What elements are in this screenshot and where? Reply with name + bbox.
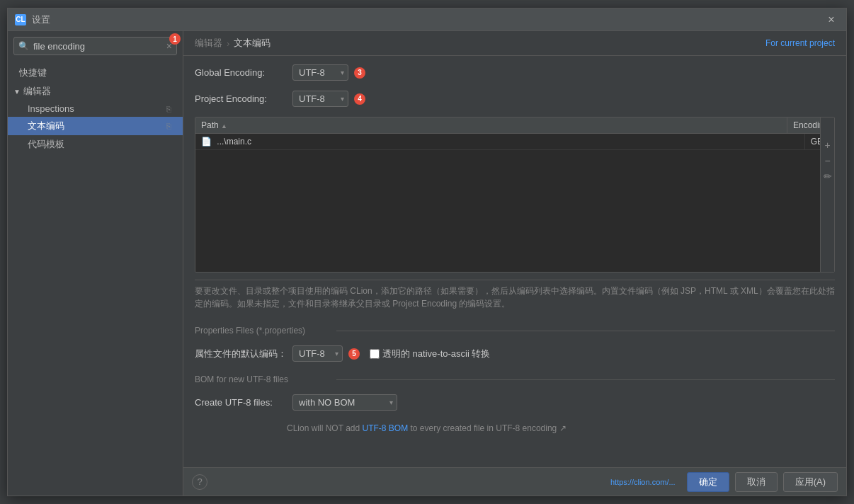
sidebar-item-inspections[interactable]: Inspections ⎘ (8, 101, 183, 117)
app-icon: CL (15, 14, 26, 25)
transparent-label: 透明的 native-to-ascii 转换 (382, 348, 490, 360)
search-input[interactable] (33, 41, 162, 52)
project-encoding-label: Project Encoding: (195, 93, 287, 104)
file-icon: 📄 (201, 137, 212, 147)
column-path: Path ▲ (195, 118, 787, 133)
sort-asc-icon: ▲ (221, 122, 227, 130)
add-button[interactable]: + (821, 139, 834, 151)
nav-section: 快捷键 ▼ 编辑器 Inspections ⎘ 文本编码 ⎘ 代码模板 (8, 61, 183, 156)
table-body: 📄 ...\main.c GBK (195, 134, 834, 272)
global-encoding-row: Global Encoding: UTF-8 UTF-16 GBK ▾ 3 (195, 64, 835, 81)
utf8-bom-link[interactable]: UTF-8 BOM (363, 423, 409, 433)
global-encoding-select[interactable]: UTF-8 UTF-16 GBK (292, 64, 348, 81)
title-bar: CL 设置 × (8, 8, 846, 31)
sidebar-item-text-encoding[interactable]: 文本编码 ⎘ (8, 117, 183, 135)
properties-encoding-badge: 5 (348, 348, 360, 360)
sidebar-item-shortcuts[interactable]: 快捷键 (8, 64, 183, 82)
breadcrumb-separator: › (227, 38, 229, 49)
remove-button[interactable]: − (821, 154, 834, 167)
project-encoding-select[interactable]: UTF-8 UTF-16 GBK (292, 91, 348, 107)
close-button[interactable]: × (824, 12, 839, 28)
create-utf8-select-wrap: with NO BOM with BOM with BOM if needed … (292, 394, 397, 411)
breadcrumb: 编辑器 › 文本编码 For current project (183, 31, 846, 56)
bom-section-header: BOM for new UTF-8 files (195, 374, 835, 384)
bom-description: CLion will NOT add UTF-8 BOM to every cr… (195, 423, 835, 433)
main-content: 编辑器 › 文本编码 For current project Global En… (183, 31, 846, 496)
project-encoding-badge: 4 (354, 93, 365, 105)
properties-encoding-row: 属性文件的默认编码： UTF-8 GBK ▾ 5 透明的 native-to-a… (195, 345, 835, 362)
project-link[interactable]: For current project (765, 38, 835, 48)
info-text: 要更改文件、目录或整个项目使用的编码 CLion，添加它的路径（如果需要），然后… (195, 280, 835, 314)
search-badge: 1 (169, 33, 181, 45)
encoding-table: Path ▲ Encoding 📄 ...\main.c GBK (195, 117, 835, 273)
confirm-button[interactable]: 确定 (687, 472, 729, 492)
global-encoding-label: Global Encoding: (195, 67, 287, 78)
search-icon: 🔍 (18, 41, 29, 51)
create-utf8-row: Create UTF-8 files: with NO BOM with BOM… (195, 394, 835, 411)
help-button[interactable]: ? (192, 474, 207, 490)
content-body: Global Encoding: UTF-8 UTF-16 GBK ▾ 3 Pr… (183, 56, 846, 467)
sidebar: 🔍 × 1 快捷键 ▼ 编辑器 Inspections ⎘ 文本编码 (8, 31, 183, 496)
edit-button[interactable]: ✏ (821, 170, 834, 183)
create-utf8-label: Create UTF-8 files: (195, 397, 287, 408)
chevron-down-icon: ▼ (13, 88, 21, 96)
sidebar-item-code-template[interactable]: 代码模板 (8, 135, 183, 154)
breadcrumb-parent: 编辑器 (195, 37, 222, 50)
table-row[interactable]: 📄 ...\main.c GBK (195, 134, 834, 150)
project-encoding-row: Project Encoding: UTF-8 UTF-16 GBK ▾ 4 (195, 91, 835, 107)
status-hint: https://clion.com/... (605, 478, 681, 486)
breadcrumb-current: 文本编码 (234, 37, 271, 50)
properties-encoding-label: 属性文件的默认编码： (195, 348, 287, 360)
properties-section-header: Properties Files (*.properties) (195, 326, 835, 336)
apply-button[interactable]: 应用(A) (783, 472, 838, 492)
sidebar-item-editor[interactable]: ▼ 编辑器 (8, 82, 183, 101)
dialog-body: 🔍 × 1 快捷键 ▼ 编辑器 Inspections ⎘ 文本编码 (8, 31, 846, 496)
table-header: Path ▲ Encoding (195, 118, 834, 134)
search-box: 🔍 × 1 (13, 37, 177, 55)
cancel-button[interactable]: 取消 (735, 472, 778, 492)
copy-icon: ⎘ (166, 105, 171, 113)
table-actions: + − ✏ (820, 118, 834, 272)
transparent-checkbox[interactable] (370, 349, 380, 359)
global-encoding-select-wrap: UTF-8 UTF-16 GBK ▾ (292, 64, 348, 81)
dialog-title: 设置 (32, 13, 818, 26)
global-encoding-badge: 3 (354, 67, 365, 79)
dialog-footer: ? https://clion.com/... 确定 取消 应用(A) (183, 467, 846, 496)
cell-path: 📄 ...\main.c (195, 134, 805, 149)
properties-encoding-select[interactable]: UTF-8 GBK (292, 345, 343, 362)
create-utf8-select[interactable]: with NO BOM with BOM with BOM if needed (292, 394, 397, 411)
copy-icon-2: ⎘ (166, 122, 171, 130)
project-encoding-select-wrap: UTF-8 UTF-16 GBK ▾ (292, 91, 348, 107)
settings-dialog: CL 设置 × 🔍 × 1 快捷键 ▼ 编辑器 I (7, 8, 847, 496)
transparent-checkbox-wrap: 透明的 native-to-ascii 转换 (370, 348, 490, 360)
properties-encoding-select-wrap: UTF-8 GBK ▾ (292, 345, 343, 362)
